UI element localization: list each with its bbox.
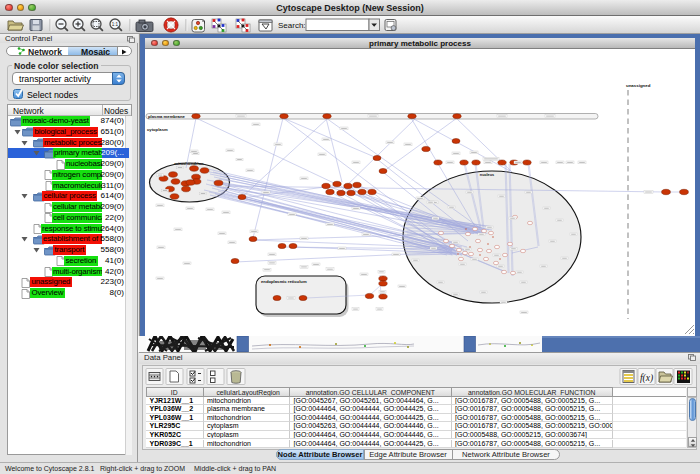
svg-text:1:1: 1:1 — [112, 22, 119, 27]
svg-text:nucleus: nucleus — [480, 172, 494, 176]
svg-text:plasma membrane: plasma membrane — [148, 113, 185, 118]
svg-text:mitochondrion: mitochondrion — [174, 161, 204, 166]
svg-text:f(x): f(x) — [640, 373, 653, 384]
svg-text:unassigned: unassigned — [626, 83, 651, 88]
svg-text:Search:: Search: — [278, 21, 306, 30]
svg-text:endoplasmic reticulum: endoplasmic reticulum — [261, 279, 307, 284]
svg-text:cytoplasm: cytoplasm — [147, 126, 168, 131]
